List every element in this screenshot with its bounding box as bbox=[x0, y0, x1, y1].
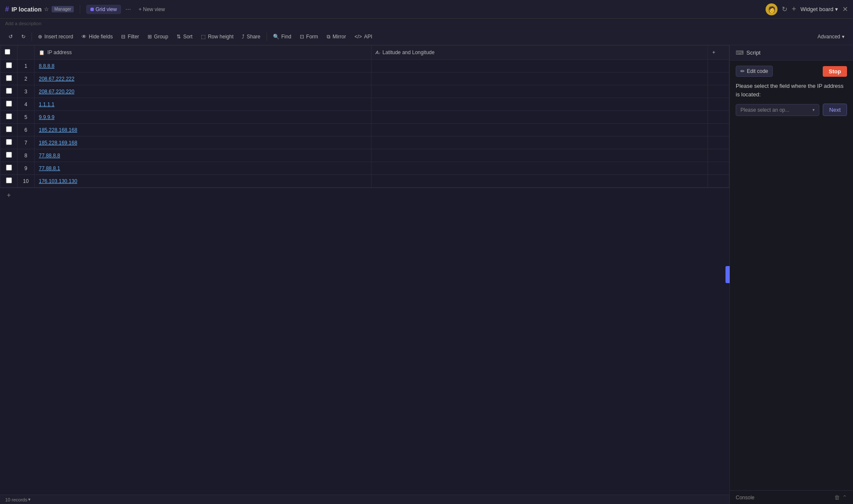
ip-address-cell[interactable]: 9.9.9.9 bbox=[35, 111, 371, 124]
refresh-icon[interactable]: ↻ bbox=[782, 5, 787, 13]
next-btn[interactable]: Next bbox=[823, 104, 847, 116]
latlong-cell bbox=[371, 60, 708, 72]
add-col-cell bbox=[708, 60, 729, 72]
console-expand-icon[interactable]: ⌃ bbox=[842, 494, 847, 501]
table-row: 10 176.103.130.130 bbox=[0, 175, 729, 188]
grid-view-label: Grid view bbox=[96, 6, 117, 12]
ip-link[interactable]: 208.67.220.220 bbox=[39, 89, 74, 95]
table-row: 5 9.9.9.9 bbox=[0, 111, 729, 124]
latlong-cell bbox=[371, 149, 708, 162]
redo-icon: ↻ bbox=[21, 34, 26, 40]
new-view-btn[interactable]: + New view bbox=[135, 5, 168, 14]
insert-record-label: Insert record bbox=[44, 34, 73, 40]
table-row: 4 1.1.1.1 bbox=[0, 98, 729, 111]
topbar-left: # IP location ☆ Manager Grid view ⋯ + Ne… bbox=[5, 4, 766, 14]
api-btn[interactable]: </> API bbox=[351, 32, 376, 41]
field-select-dropdown[interactable]: Please select an op... ▾ bbox=[736, 104, 819, 116]
add-col-cell bbox=[708, 175, 729, 188]
ip-link[interactable]: 185.228.169.168 bbox=[39, 140, 77, 146]
page-title: IP location bbox=[12, 6, 42, 13]
mirror-btn[interactable]: ⧉ Mirror bbox=[323, 32, 349, 41]
undo-btn[interactable]: ↺ bbox=[5, 32, 16, 41]
api-icon: </> bbox=[354, 34, 362, 40]
console-trash-icon[interactable]: 🗑 bbox=[834, 494, 840, 501]
ip-address-cell[interactable]: 208.67.220.220 bbox=[35, 85, 371, 98]
group-btn[interactable]: ⊞ Group bbox=[144, 32, 171, 41]
row-number-cell: 2 bbox=[17, 72, 35, 85]
add-col-header[interactable]: + bbox=[708, 46, 729, 60]
ip-link[interactable]: 176.103.130.130 bbox=[39, 178, 77, 184]
ip-link[interactable]: 9.9.9.9 bbox=[39, 114, 55, 120]
ip-address-cell[interactable]: 185.228.169.168 bbox=[35, 136, 371, 149]
edit-code-btn[interactable]: ✏ Edit code bbox=[736, 66, 773, 77]
ip-link[interactable]: 8.8.8.8 bbox=[39, 63, 55, 69]
add-icon[interactable]: + bbox=[792, 5, 796, 14]
share-btn[interactable]: ⤴ Share bbox=[238, 32, 264, 41]
row-checkbox[interactable] bbox=[6, 75, 12, 81]
panel-collapse-tab[interactable] bbox=[725, 266, 730, 283]
hide-fields-label: Hide fields bbox=[89, 34, 113, 40]
row-number-cell: 5 bbox=[17, 111, 35, 124]
latlong-cell bbox=[371, 136, 708, 149]
row-checkbox[interactable] bbox=[6, 113, 12, 119]
grid-spacer bbox=[0, 203, 729, 495]
row-checkbox[interactable] bbox=[6, 165, 12, 171]
ip-link[interactable]: 185.228.168.168 bbox=[39, 127, 77, 133]
script-panel: ⌨ Script ✏ Edit code Stop Please select … bbox=[729, 45, 853, 504]
ip-link[interactable]: 208.67.222.222 bbox=[39, 76, 74, 82]
row-height-btn[interactable]: ⬚ Row height bbox=[197, 32, 237, 41]
row-checkbox[interactable] bbox=[6, 101, 12, 107]
row-number-cell: 3 bbox=[17, 85, 35, 98]
ip-link[interactable]: 1.1.1.1 bbox=[39, 101, 55, 107]
ip-link[interactable]: 77.88.8.1 bbox=[39, 165, 60, 171]
star-icon[interactable]: ☆ bbox=[44, 6, 49, 12]
script-message: Please select the field where the IP add… bbox=[736, 82, 847, 98]
row-number-cell: 6 bbox=[17, 124, 35, 136]
row-checkbox[interactable] bbox=[6, 126, 12, 132]
row-checkbox[interactable] bbox=[6, 88, 12, 94]
select-all-checkbox[interactable] bbox=[5, 49, 10, 55]
row-height-label: Row height bbox=[208, 34, 233, 40]
ip-address-cell[interactable]: 8.8.8.8 bbox=[35, 60, 371, 72]
add-col-cell bbox=[708, 111, 729, 124]
ip-address-cell[interactable]: 77.88.8.1 bbox=[35, 162, 371, 175]
view-more-btn[interactable]: ⋯ bbox=[124, 4, 133, 14]
advanced-btn[interactable]: Advanced ▾ bbox=[814, 32, 848, 41]
latlong-cell bbox=[371, 124, 708, 136]
redo-btn[interactable]: ↻ bbox=[18, 32, 29, 41]
row-number-cell: 10 bbox=[17, 175, 35, 188]
row-checkbox-cell bbox=[0, 98, 17, 111]
row-checkbox[interactable] bbox=[6, 177, 12, 183]
add-row-btn[interactable]: + bbox=[4, 191, 13, 200]
ip-address-cell[interactable]: 176.103.130.130 bbox=[35, 175, 371, 188]
avatar[interactable]: 🧑 bbox=[766, 3, 778, 15]
form-btn[interactable]: ⊡ Form bbox=[296, 32, 322, 41]
hide-fields-btn[interactable]: 👁 Hide fields bbox=[78, 32, 116, 41]
sort-btn[interactable]: ⇅ Sort bbox=[173, 32, 196, 41]
description-placeholder[interactable]: Add a description bbox=[5, 21, 41, 26]
row-checkbox[interactable] bbox=[6, 139, 12, 145]
find-btn[interactable]: 🔍 Find bbox=[270, 32, 295, 41]
widget-board-btn[interactable]: Widget board ▾ bbox=[801, 6, 838, 12]
row-checkbox[interactable] bbox=[6, 62, 12, 68]
description-bar: Add a description bbox=[0, 19, 853, 28]
sort-icon: ⇅ bbox=[177, 34, 181, 40]
ip-link[interactable]: 77.88.8.8 bbox=[39, 153, 60, 159]
mirror-icon: ⧉ bbox=[327, 34, 331, 40]
grid-view-toggle[interactable]: Grid view bbox=[86, 5, 121, 14]
row-num-header bbox=[17, 46, 35, 60]
advanced-label: Advanced bbox=[818, 34, 840, 40]
dropdown-chevron-icon: ▾ bbox=[812, 107, 815, 112]
ip-address-cell[interactable]: 77.88.8.8 bbox=[35, 149, 371, 162]
filter-btn[interactable]: ⊟ Filter bbox=[118, 32, 142, 41]
script-body: ✏ Edit code Stop Please select the field… bbox=[730, 61, 853, 490]
records-chevron[interactable]: ▾ bbox=[28, 497, 31, 502]
stop-btn[interactable]: Stop bbox=[823, 66, 847, 77]
close-btn[interactable]: ✕ bbox=[842, 5, 848, 13]
insert-record-btn[interactable]: ⊕ Insert record bbox=[35, 32, 76, 41]
ip-address-cell[interactable]: 185.228.168.168 bbox=[35, 124, 371, 136]
row-checkbox[interactable] bbox=[6, 152, 12, 158]
ip-address-cell[interactable]: 1.1.1.1 bbox=[35, 98, 371, 111]
ip-address-cell[interactable]: 208.67.222.222 bbox=[35, 72, 371, 85]
grid-view-dot bbox=[90, 8, 94, 11]
